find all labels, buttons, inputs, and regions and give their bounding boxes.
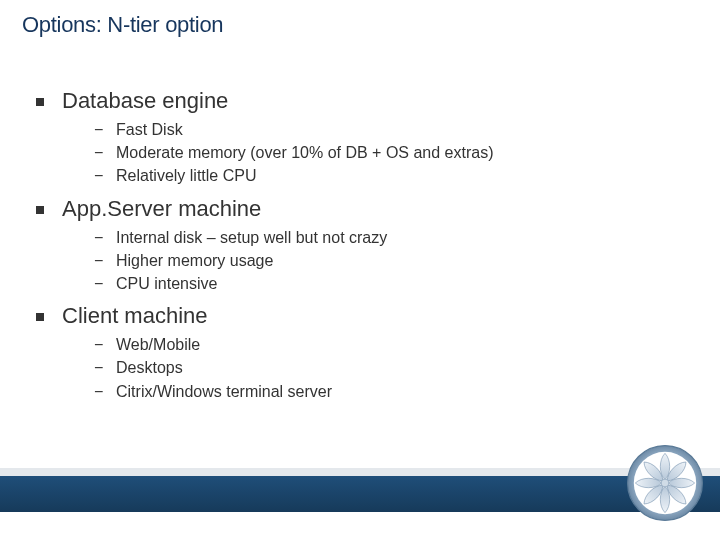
list-item-text: Fast Disk (116, 118, 183, 141)
square-bullet-icon (36, 98, 44, 106)
section-database-engine: Database engine − Fast Disk − Moderate m… (34, 88, 690, 188)
section-client-machine: Client machine − Web/Mobile − Desktops −… (34, 303, 690, 403)
sub-list: − Fast Disk − Moderate memory (over 10% … (94, 118, 690, 188)
list-item-text: Moderate memory (over 10% of DB + OS and… (116, 141, 493, 164)
section-appserver-machine: App.Server machine − Internal disk – set… (34, 196, 690, 296)
section-heading-text: Client machine (62, 303, 208, 329)
dash-bullet-icon: − (94, 164, 116, 187)
dash-bullet-icon: − (94, 118, 116, 141)
dash-bullet-icon: − (94, 272, 116, 295)
list-item-text: Web/Mobile (116, 333, 200, 356)
section-heading: Database engine (34, 88, 690, 114)
list-item: − Web/Mobile (94, 333, 690, 356)
list-item: − Internal disk – setup well but not cra… (94, 226, 690, 249)
list-item: − Citrix/Windows terminal server (94, 380, 690, 403)
section-heading: Client machine (34, 303, 690, 329)
slide: Options: N-tier option Database engine −… (0, 0, 720, 540)
dash-bullet-icon: − (94, 249, 116, 272)
square-bullet-icon (36, 313, 44, 321)
section-heading-text: Database engine (62, 88, 228, 114)
dash-bullet-icon: − (94, 380, 116, 403)
list-item: − Relatively little CPU (94, 164, 690, 187)
dash-bullet-icon: − (94, 333, 116, 356)
snowflake-star-logo-icon (626, 444, 704, 522)
footer-band-accent (0, 468, 720, 476)
list-item: − CPU intensive (94, 272, 690, 295)
list-item-text: Desktops (116, 356, 183, 379)
footer-band-main (0, 476, 720, 512)
svg-point-2 (661, 479, 669, 487)
list-item-text: Relatively little CPU (116, 164, 256, 187)
list-item-text: Higher memory usage (116, 249, 273, 272)
list-item: − Moderate memory (over 10% of DB + OS a… (94, 141, 690, 164)
sub-list: − Internal disk – setup well but not cra… (94, 226, 690, 296)
section-heading: App.Server machine (34, 196, 690, 222)
slide-title: Options: N-tier option (22, 12, 223, 38)
list-item: − Higher memory usage (94, 249, 690, 272)
dash-bullet-icon: − (94, 141, 116, 164)
list-item-text: Citrix/Windows terminal server (116, 380, 332, 403)
footer-band (0, 468, 720, 512)
list-item-text: Internal disk – setup well but not crazy (116, 226, 387, 249)
slide-content: Database engine − Fast Disk − Moderate m… (34, 88, 690, 411)
list-item: − Fast Disk (94, 118, 690, 141)
sub-list: − Web/Mobile − Desktops − Citrix/Windows… (94, 333, 690, 403)
section-heading-text: App.Server machine (62, 196, 261, 222)
dash-bullet-icon: − (94, 226, 116, 249)
square-bullet-icon (36, 206, 44, 214)
list-item-text: CPU intensive (116, 272, 217, 295)
list-item: − Desktops (94, 356, 690, 379)
dash-bullet-icon: − (94, 356, 116, 379)
